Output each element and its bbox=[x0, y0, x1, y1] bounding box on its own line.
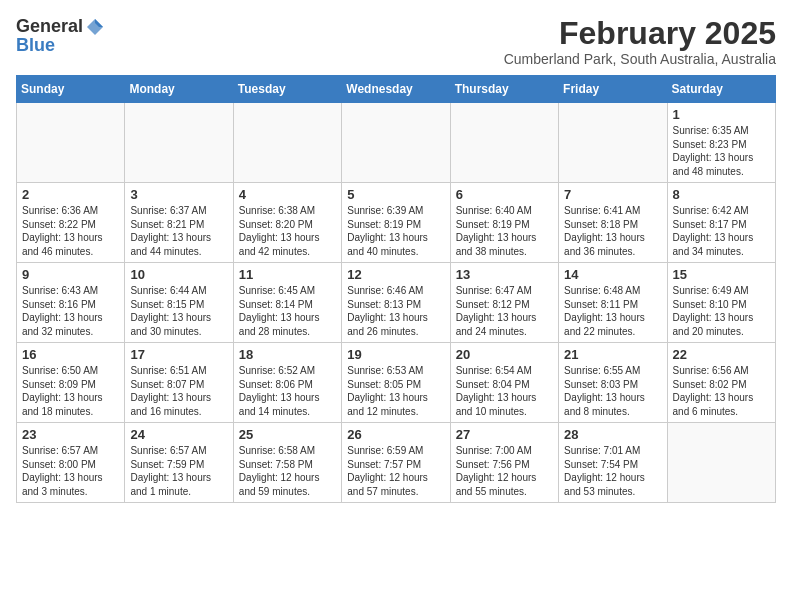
calendar-day-cell: 1Sunrise: 6:35 AMSunset: 8:23 PMDaylight… bbox=[667, 103, 775, 183]
logo-blue: Blue bbox=[16, 35, 55, 56]
calendar-day-cell bbox=[17, 103, 125, 183]
calendar-day-cell bbox=[233, 103, 341, 183]
day-number: 11 bbox=[239, 267, 336, 282]
day-info: Sunrise: 6:57 AMSunset: 8:00 PMDaylight:… bbox=[22, 444, 119, 498]
day-number: 24 bbox=[130, 427, 227, 442]
day-info: Sunrise: 6:38 AMSunset: 8:20 PMDaylight:… bbox=[239, 204, 336, 258]
day-number: 6 bbox=[456, 187, 553, 202]
day-info: Sunrise: 6:39 AMSunset: 8:19 PMDaylight:… bbox=[347, 204, 444, 258]
calendar-week-row: 16Sunrise: 6:50 AMSunset: 8:09 PMDayligh… bbox=[17, 343, 776, 423]
day-info: Sunrise: 6:48 AMSunset: 8:11 PMDaylight:… bbox=[564, 284, 661, 338]
calendar-day-header: Tuesday bbox=[233, 76, 341, 103]
day-info: Sunrise: 6:46 AMSunset: 8:13 PMDaylight:… bbox=[347, 284, 444, 338]
calendar-day-cell: 13Sunrise: 6:47 AMSunset: 8:12 PMDayligh… bbox=[450, 263, 558, 343]
day-info: Sunrise: 7:01 AMSunset: 7:54 PMDaylight:… bbox=[564, 444, 661, 498]
calendar-day-cell bbox=[450, 103, 558, 183]
calendar-day-cell: 5Sunrise: 6:39 AMSunset: 8:19 PMDaylight… bbox=[342, 183, 450, 263]
day-number: 1 bbox=[673, 107, 770, 122]
calendar-week-row: 9Sunrise: 6:43 AMSunset: 8:16 PMDaylight… bbox=[17, 263, 776, 343]
day-info: Sunrise: 6:43 AMSunset: 8:16 PMDaylight:… bbox=[22, 284, 119, 338]
day-info: Sunrise: 6:36 AMSunset: 8:22 PMDaylight:… bbox=[22, 204, 119, 258]
day-info: Sunrise: 6:49 AMSunset: 8:10 PMDaylight:… bbox=[673, 284, 770, 338]
day-number: 21 bbox=[564, 347, 661, 362]
calendar-day-cell: 25Sunrise: 6:58 AMSunset: 7:58 PMDayligh… bbox=[233, 423, 341, 503]
calendar-day-cell: 3Sunrise: 6:37 AMSunset: 8:21 PMDaylight… bbox=[125, 183, 233, 263]
day-number: 22 bbox=[673, 347, 770, 362]
calendar-day-cell: 4Sunrise: 6:38 AMSunset: 8:20 PMDaylight… bbox=[233, 183, 341, 263]
calendar-day-cell: 27Sunrise: 7:00 AMSunset: 7:56 PMDayligh… bbox=[450, 423, 558, 503]
calendar-day-cell: 8Sunrise: 6:42 AMSunset: 8:17 PMDaylight… bbox=[667, 183, 775, 263]
calendar-day-cell: 14Sunrise: 6:48 AMSunset: 8:11 PMDayligh… bbox=[559, 263, 667, 343]
day-number: 16 bbox=[22, 347, 119, 362]
day-info: Sunrise: 6:53 AMSunset: 8:05 PMDaylight:… bbox=[347, 364, 444, 418]
day-info: Sunrise: 6:47 AMSunset: 8:12 PMDaylight:… bbox=[456, 284, 553, 338]
day-info: Sunrise: 6:40 AMSunset: 8:19 PMDaylight:… bbox=[456, 204, 553, 258]
calendar-day-cell: 16Sunrise: 6:50 AMSunset: 8:09 PMDayligh… bbox=[17, 343, 125, 423]
calendar-day-cell: 11Sunrise: 6:45 AMSunset: 8:14 PMDayligh… bbox=[233, 263, 341, 343]
day-info: Sunrise: 6:59 AMSunset: 7:57 PMDaylight:… bbox=[347, 444, 444, 498]
logo-icon bbox=[85, 17, 105, 37]
calendar-day-cell: 7Sunrise: 6:41 AMSunset: 8:18 PMDaylight… bbox=[559, 183, 667, 263]
calendar-day-cell bbox=[559, 103, 667, 183]
calendar-day-cell: 6Sunrise: 6:40 AMSunset: 8:19 PMDaylight… bbox=[450, 183, 558, 263]
day-info: Sunrise: 6:50 AMSunset: 8:09 PMDaylight:… bbox=[22, 364, 119, 418]
day-info: Sunrise: 6:55 AMSunset: 8:03 PMDaylight:… bbox=[564, 364, 661, 418]
calendar-day-header: Wednesday bbox=[342, 76, 450, 103]
calendar-day-cell: 17Sunrise: 6:51 AMSunset: 8:07 PMDayligh… bbox=[125, 343, 233, 423]
day-info: Sunrise: 6:41 AMSunset: 8:18 PMDaylight:… bbox=[564, 204, 661, 258]
calendar-day-cell: 19Sunrise: 6:53 AMSunset: 8:05 PMDayligh… bbox=[342, 343, 450, 423]
calendar-table: SundayMondayTuesdayWednesdayThursdayFrid… bbox=[16, 75, 776, 503]
day-number: 7 bbox=[564, 187, 661, 202]
day-number: 27 bbox=[456, 427, 553, 442]
day-number: 28 bbox=[564, 427, 661, 442]
day-number: 5 bbox=[347, 187, 444, 202]
day-number: 19 bbox=[347, 347, 444, 362]
calendar-day-cell: 2Sunrise: 6:36 AMSunset: 8:22 PMDaylight… bbox=[17, 183, 125, 263]
day-number: 17 bbox=[130, 347, 227, 362]
day-info: Sunrise: 6:44 AMSunset: 8:15 PMDaylight:… bbox=[130, 284, 227, 338]
calendar-day-cell bbox=[667, 423, 775, 503]
day-number: 10 bbox=[130, 267, 227, 282]
day-number: 13 bbox=[456, 267, 553, 282]
page-header: General Blue February 2025 Cumberland Pa… bbox=[16, 16, 776, 67]
day-number: 26 bbox=[347, 427, 444, 442]
logo: General Blue bbox=[16, 16, 105, 56]
calendar-day-cell: 28Sunrise: 7:01 AMSunset: 7:54 PMDayligh… bbox=[559, 423, 667, 503]
day-info: Sunrise: 6:35 AMSunset: 8:23 PMDaylight:… bbox=[673, 124, 770, 178]
calendar-day-header: Sunday bbox=[17, 76, 125, 103]
calendar-day-cell: 10Sunrise: 6:44 AMSunset: 8:15 PMDayligh… bbox=[125, 263, 233, 343]
calendar-day-cell: 9Sunrise: 6:43 AMSunset: 8:16 PMDaylight… bbox=[17, 263, 125, 343]
day-number: 3 bbox=[130, 187, 227, 202]
title-block: February 2025 Cumberland Park, South Aus… bbox=[504, 16, 776, 67]
day-info: Sunrise: 6:56 AMSunset: 8:02 PMDaylight:… bbox=[673, 364, 770, 418]
day-number: 23 bbox=[22, 427, 119, 442]
calendar-day-cell: 24Sunrise: 6:57 AMSunset: 7:59 PMDayligh… bbox=[125, 423, 233, 503]
calendar-day-cell: 18Sunrise: 6:52 AMSunset: 8:06 PMDayligh… bbox=[233, 343, 341, 423]
day-info: Sunrise: 6:52 AMSunset: 8:06 PMDaylight:… bbox=[239, 364, 336, 418]
day-info: Sunrise: 6:57 AMSunset: 7:59 PMDaylight:… bbox=[130, 444, 227, 498]
calendar-day-header: Saturday bbox=[667, 76, 775, 103]
day-info: Sunrise: 6:45 AMSunset: 8:14 PMDaylight:… bbox=[239, 284, 336, 338]
calendar-day-cell: 12Sunrise: 6:46 AMSunset: 8:13 PMDayligh… bbox=[342, 263, 450, 343]
day-number: 15 bbox=[673, 267, 770, 282]
day-info: Sunrise: 6:58 AMSunset: 7:58 PMDaylight:… bbox=[239, 444, 336, 498]
calendar-day-cell: 23Sunrise: 6:57 AMSunset: 8:00 PMDayligh… bbox=[17, 423, 125, 503]
logo-general: General bbox=[16, 16, 83, 37]
calendar-week-row: 2Sunrise: 6:36 AMSunset: 8:22 PMDaylight… bbox=[17, 183, 776, 263]
calendar-week-row: 1Sunrise: 6:35 AMSunset: 8:23 PMDaylight… bbox=[17, 103, 776, 183]
day-number: 25 bbox=[239, 427, 336, 442]
calendar-day-cell: 26Sunrise: 6:59 AMSunset: 7:57 PMDayligh… bbox=[342, 423, 450, 503]
calendar-day-cell bbox=[342, 103, 450, 183]
calendar-week-row: 23Sunrise: 6:57 AMSunset: 8:00 PMDayligh… bbox=[17, 423, 776, 503]
calendar-title: February 2025 bbox=[504, 16, 776, 51]
day-number: 18 bbox=[239, 347, 336, 362]
calendar-day-header: Friday bbox=[559, 76, 667, 103]
day-info: Sunrise: 6:51 AMSunset: 8:07 PMDaylight:… bbox=[130, 364, 227, 418]
calendar-day-cell: 15Sunrise: 6:49 AMSunset: 8:10 PMDayligh… bbox=[667, 263, 775, 343]
day-number: 20 bbox=[456, 347, 553, 362]
day-info: Sunrise: 6:37 AMSunset: 8:21 PMDaylight:… bbox=[130, 204, 227, 258]
day-number: 12 bbox=[347, 267, 444, 282]
day-number: 8 bbox=[673, 187, 770, 202]
day-info: Sunrise: 7:00 AMSunset: 7:56 PMDaylight:… bbox=[456, 444, 553, 498]
day-number: 14 bbox=[564, 267, 661, 282]
